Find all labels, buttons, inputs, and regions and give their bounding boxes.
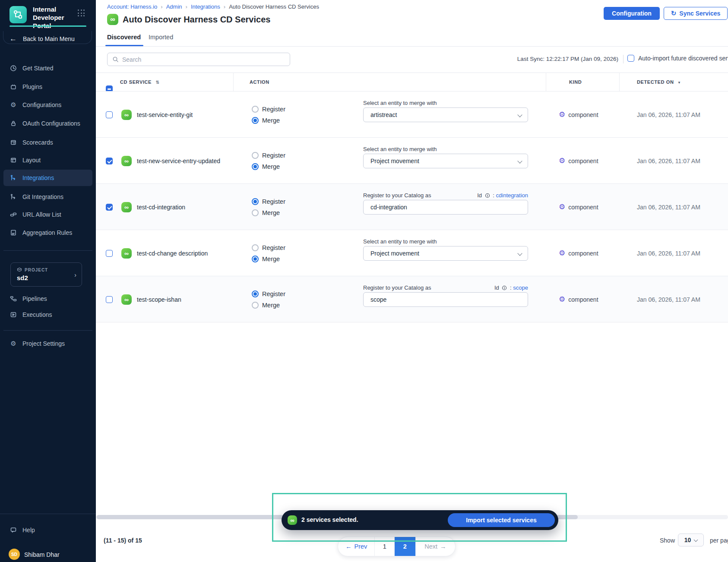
merge-radio-label[interactable]: Merge bbox=[262, 256, 280, 262]
sidebar-item-configurations[interactable]: ⚙ Configurations bbox=[3, 97, 92, 113]
row-checkbox[interactable] bbox=[106, 250, 113, 257]
page-title: Auto Discover Harness CD Services bbox=[123, 15, 270, 25]
id-link[interactable]: scope bbox=[513, 284, 528, 291]
breadcrumb-account-link[interactable]: Account: Harness.io bbox=[107, 3, 157, 10]
merge-radio[interactable] bbox=[252, 117, 259, 124]
sidebar: Internal Developer Portal ← Back to Main… bbox=[0, 0, 96, 562]
sort-icon[interactable]: ⇅ bbox=[156, 80, 160, 85]
tabs-divider bbox=[96, 46, 728, 47]
search-input[interactable] bbox=[122, 56, 282, 63]
project-selector[interactable]: PROJECT sd2 › bbox=[10, 262, 82, 287]
search-icon bbox=[112, 56, 119, 63]
merge-radio-label[interactable]: Merge bbox=[262, 209, 280, 216]
breadcrumb-current: Auto Discover Harness CD Services bbox=[229, 3, 319, 10]
sync-services-button[interactable]: ↻ Sync Services bbox=[664, 7, 728, 20]
register-radio[interactable] bbox=[252, 152, 259, 159]
sidebar-item-help[interactable]: Help bbox=[3, 522, 92, 538]
merge-entity-select[interactable]: Project movement bbox=[363, 246, 528, 261]
link-icon bbox=[9, 211, 17, 218]
column-header-detected-on[interactable]: DETECTED ON ▼ bbox=[637, 79, 681, 85]
kind-value: component bbox=[568, 158, 598, 164]
detected-on-value: Jan 06, 2026, 11:07 AM bbox=[637, 204, 700, 211]
app-grid-icon[interactable] bbox=[78, 9, 85, 17]
search-box bbox=[107, 53, 290, 66]
sidebar-item-pipelines[interactable]: Pipelines bbox=[3, 290, 92, 307]
scorecard-icon bbox=[9, 139, 17, 146]
register-radio[interactable] bbox=[252, 290, 259, 297]
play-icon bbox=[9, 311, 17, 319]
register-radio-label[interactable]: Register bbox=[262, 198, 285, 205]
register-radio-label[interactable]: Register bbox=[262, 106, 285, 113]
service-name: test-cd-change description bbox=[137, 250, 208, 257]
merge-radio-label[interactable]: Merge bbox=[262, 302, 280, 309]
sidebar-item-git-integrations[interactable]: Git Integrations bbox=[3, 189, 92, 205]
auto-import-checkbox[interactable] bbox=[627, 55, 634, 62]
merge-radio[interactable] bbox=[252, 209, 259, 216]
sidebar-item-aggregation-rules[interactable]: Aggregation Rules bbox=[3, 224, 92, 241]
register-radio-label[interactable]: Register bbox=[262, 244, 285, 251]
id-link[interactable]: cdintegration bbox=[496, 192, 528, 199]
selected-entity-value: Project movement bbox=[370, 250, 419, 257]
row-checkbox[interactable] bbox=[106, 158, 113, 164]
breadcrumb-admin-link[interactable]: Admin bbox=[166, 3, 182, 10]
breadcrumb-separator: › bbox=[161, 3, 162, 10]
sidebar-item-url-allow-list[interactable]: URL Allow List bbox=[3, 206, 92, 223]
user-name[interactable]: Shibam Dhar bbox=[24, 551, 60, 558]
detected-on-value: Jan 06, 2026, 11:07 AM bbox=[637, 111, 700, 118]
sidebar-item-plugins[interactable]: Plugins bbox=[3, 79, 92, 95]
user-avatar[interactable]: SD bbox=[9, 549, 20, 560]
sidebar-section-curve bbox=[3, 31, 92, 44]
register-radio-label[interactable]: Register bbox=[262, 152, 285, 159]
breadcrumb-separator: › bbox=[186, 3, 187, 10]
detected-on-value: Jan 06, 2026, 11:07 AM bbox=[637, 296, 700, 303]
sidebar-item-project-settings[interactable]: ⚙ Project Settings bbox=[3, 335, 92, 352]
page-size-select[interactable]: 10 bbox=[678, 534, 704, 546]
page-1-button[interactable]: 1 bbox=[375, 537, 395, 556]
page-2-button[interactable]: 2 bbox=[395, 537, 416, 556]
sidebar-item-label: Pipelines bbox=[22, 295, 47, 302]
sidebar-item-layout[interactable]: Layout bbox=[3, 152, 92, 168]
sidebar-item-executions[interactable]: Executions bbox=[3, 306, 92, 323]
sidebar-item-integrations[interactable]: Integrations bbox=[3, 170, 92, 186]
merge-radio-label[interactable]: Merge bbox=[262, 117, 280, 124]
merge-radio[interactable] bbox=[252, 256, 259, 262]
kind-value: component bbox=[568, 111, 598, 118]
sidebar-item-label: Git Integrations bbox=[22, 193, 63, 200]
catalog-name-input[interactable] bbox=[363, 292, 528, 307]
sidebar-item-get-started[interactable]: Get Started bbox=[3, 60, 92, 76]
merge-radio[interactable] bbox=[252, 163, 259, 170]
selected-entity-value: Project movement bbox=[370, 158, 419, 164]
pagination: ← Prev 1 2 Next → bbox=[338, 537, 456, 556]
row-checkbox[interactable] bbox=[106, 111, 113, 118]
sidebar-item-oauth-configurations[interactable]: OAuth Configurations bbox=[3, 115, 92, 132]
sidebar-item-label: Executions bbox=[22, 311, 52, 318]
service-name: test-service-entity-git bbox=[137, 111, 193, 118]
merge-entity-select[interactable]: artistreact bbox=[363, 107, 528, 122]
prev-page-button[interactable]: ← Prev bbox=[338, 537, 375, 556]
sidebar-item-scorecards[interactable]: Scorecards bbox=[3, 134, 92, 151]
sidebar-item-label: Help bbox=[22, 527, 35, 534]
configuration-button[interactable]: Configuration bbox=[604, 7, 660, 20]
merge-entity-select[interactable]: Project movement bbox=[363, 154, 528, 168]
register-radio-label[interactable]: Register bbox=[262, 290, 285, 297]
row-checkbox[interactable] bbox=[106, 204, 113, 211]
table-row: ∞ test-new-service-entry-updated Registe… bbox=[96, 137, 728, 183]
register-radio[interactable] bbox=[252, 198, 259, 205]
register-radio[interactable] bbox=[252, 244, 259, 251]
toast-message: 2 services selected. bbox=[301, 516, 358, 523]
import-selected-services-button[interactable]: Import selected services bbox=[448, 513, 555, 527]
register-radio[interactable] bbox=[252, 106, 259, 113]
sidebar-item-label: Configurations bbox=[22, 101, 61, 108]
merge-radio-label[interactable]: Merge bbox=[262, 163, 280, 170]
selected-entity-value: artistreact bbox=[370, 111, 397, 118]
merge-radio[interactable] bbox=[252, 302, 259, 309]
tab-discovered[interactable]: Discovered bbox=[107, 34, 141, 41]
column-header-cd-service[interactable]: CD SERVICE ⇅ bbox=[120, 79, 160, 85]
tab-imported[interactable]: Imported bbox=[149, 34, 173, 41]
row-checkbox[interactable] bbox=[106, 296, 113, 303]
catalog-name-input[interactable] bbox=[363, 200, 528, 215]
component-gear-icon: ⚙ bbox=[559, 296, 565, 303]
next-page-button[interactable]: Next → bbox=[416, 537, 455, 556]
id-line: Id : cdintegration bbox=[363, 192, 528, 199]
breadcrumb-integrations-link[interactable]: Integrations bbox=[191, 3, 220, 10]
